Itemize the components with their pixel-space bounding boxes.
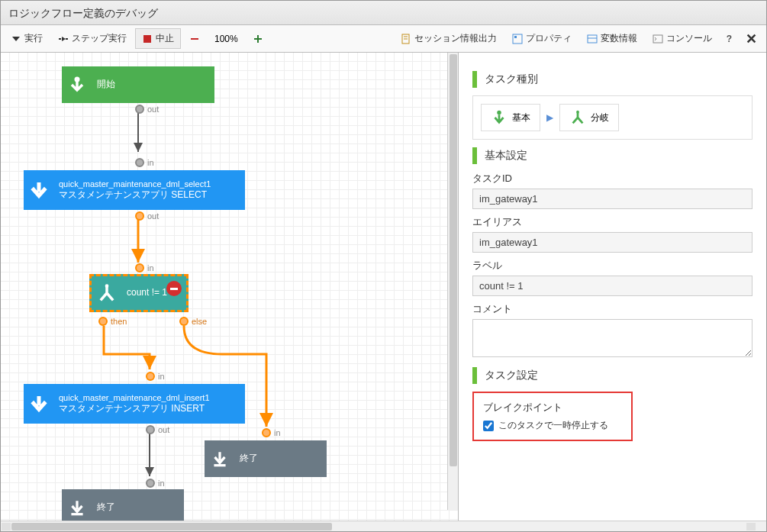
port-then[interactable]: then: [98, 317, 127, 326]
section-basic-settings: 基本設定: [472, 147, 752, 164]
session-output-label: セッション情報出力: [414, 32, 497, 45]
main-area: 開始 out in quick_master_maintenance_dml_s…: [1, 53, 766, 521]
port-out[interactable]: out: [135, 211, 159, 221]
down-arrow-icon: [24, 170, 54, 210]
branch-icon: [569, 109, 586, 126]
breakpoint-box: ブレイクポイント このタスクで一時停止する: [472, 392, 633, 441]
node-start-label: 開始: [97, 79, 115, 89]
property-label: プロパティ: [526, 32, 572, 45]
node-insert-id: quick_master_maintenance_dml_insert1: [59, 392, 240, 403]
varinfo-button[interactable]: 変数情報: [580, 28, 644, 49]
property-button[interactable]: プロパティ: [505, 28, 578, 49]
type-chip-branch[interactable]: 分岐: [559, 104, 619, 131]
flow-node-end[interactable]: 終了: [62, 489, 184, 521]
port-in[interactable]: in: [135, 263, 154, 272]
console-label: コンソール: [666, 32, 712, 45]
node-branch-label: count != 1: [127, 287, 167, 298]
svg-point-22: [576, 111, 579, 114]
help-button[interactable]: ?: [720, 31, 738, 47]
breakpoint-header: ブレイクポイント: [483, 401, 622, 414]
label-input[interactable]: [472, 276, 752, 296]
type-chip-basic[interactable]: 基本: [481, 104, 540, 131]
alias-label: エイリアス: [472, 215, 752, 229]
section-task-type: タスク種別: [472, 71, 752, 88]
down-arrow-icon: [205, 440, 235, 477]
flow-node-end[interactable]: 終了: [205, 440, 327, 477]
type-branch-label: 分岐: [591, 111, 609, 124]
run-button[interactable]: 実行: [4, 28, 50, 49]
flow-node-branch[interactable]: count != 1: [89, 274, 189, 312]
run-label: 実行: [24, 32, 43, 45]
property-icon: [512, 34, 523, 44]
task-id-label: タスクID: [472, 172, 752, 185]
comment-label: コメント: [472, 302, 752, 316]
document-icon: [401, 34, 411, 44]
breakpoint-checkbox[interactable]: [483, 421, 494, 431]
flow-canvas[interactable]: 開始 out in quick_master_maintenance_dml_s…: [1, 53, 459, 521]
node-end-label: 終了: [97, 501, 115, 512]
down-arrow-icon: [491, 109, 508, 126]
step-button[interactable]: ステップ実行: [51, 28, 134, 49]
svg-point-18: [105, 284, 109, 288]
stop-icon: [142, 34, 153, 44]
branch-icon: [92, 276, 122, 310]
port-in[interactable]: in: [135, 158, 154, 167]
alias-input[interactable]: [472, 232, 752, 253]
svg-rect-2: [143, 35, 151, 43]
svg-rect-5: [254, 38, 262, 40]
svg-rect-0: [59, 38, 61, 40]
node-end-label: 終了: [240, 453, 258, 463]
port-in[interactable]: in: [146, 372, 165, 381]
plus-button[interactable]: [246, 30, 270, 48]
stop-label: 中止: [156, 32, 174, 45]
step-icon: [58, 34, 69, 44]
node-insert-label: マスタメンテナンスアプリ INSERT: [59, 403, 205, 414]
svg-rect-9: [513, 34, 522, 44]
port-in[interactable]: in: [146, 479, 165, 488]
port-out[interactable]: out: [135, 105, 159, 114]
down-arrow-icon: [62, 489, 92, 521]
close-button[interactable]: ✕: [740, 29, 763, 49]
play-down-icon: [11, 34, 21, 44]
varinfo-label: 変数情報: [601, 32, 637, 45]
node-select-label: マスタメンテナンスアプリ SELECT: [59, 189, 207, 200]
task-id-input[interactable]: [472, 189, 752, 209]
flow-node-start[interactable]: 開始: [62, 66, 214, 103]
svg-rect-10: [514, 36, 517, 38]
property-panel: タスク種別 基本 ▶ 分岐 基本設定 タスクID エイリアス ラベル コメ: [459, 53, 766, 521]
type-basic-label: 基本: [512, 111, 530, 124]
flow-node-select[interactable]: quick_master_maintenance_dml_select1 マスタ…: [24, 170, 245, 210]
comment-textarea[interactable]: [472, 319, 752, 357]
task-type-row: 基本 ▶ 分岐: [472, 95, 752, 140]
svg-point-21: [497, 111, 501, 115]
scrollbar-horizontal[interactable]: [1, 521, 766, 531]
minus-icon: [189, 34, 200, 44]
scrollbar-vertical[interactable]: [447, 53, 458, 510]
breakpoint-checkbox-label[interactable]: このタスクで一時停止する: [483, 419, 622, 432]
section-task-settings: タスク設定: [472, 367, 752, 384]
svg-rect-11: [588, 35, 597, 43]
down-arrow-icon: [24, 384, 54, 424]
node-select-id: quick_master_maintenance_dml_select1: [59, 179, 240, 189]
step-label: ステップ実行: [72, 32, 127, 45]
variable-icon: [587, 34, 598, 44]
console-button[interactable]: コンソール: [646, 28, 719, 49]
stop-button[interactable]: 中止: [135, 28, 181, 49]
flow-node-insert[interactable]: quick_master_maintenance_dml_insert1 マスタ…: [24, 384, 245, 424]
minus-button[interactable]: [182, 30, 207, 48]
port-in[interactable]: in: [262, 428, 281, 437]
session-output-button[interactable]: セッション情報出力: [394, 28, 504, 49]
plus-icon: [253, 34, 263, 44]
zoom-level: 100%: [208, 34, 244, 44]
port-out[interactable]: out: [146, 425, 169, 434]
svg-rect-13: [653, 35, 662, 43]
label-label: ラベル: [472, 259, 752, 272]
svg-rect-3: [191, 38, 198, 40]
console-icon: [653, 34, 663, 44]
breakpoint-text: このタスクで一時停止する: [498, 419, 608, 432]
main-toolbar: 実行 ステップ実行 中止 100% セッション情報出力 プロパティ: [1, 25, 766, 53]
down-arrow-icon: [62, 66, 92, 103]
port-else[interactable]: else: [179, 317, 207, 326]
svg-rect-1: [66, 38, 68, 40]
breakpoint-badge[interactable]: [166, 281, 182, 296]
